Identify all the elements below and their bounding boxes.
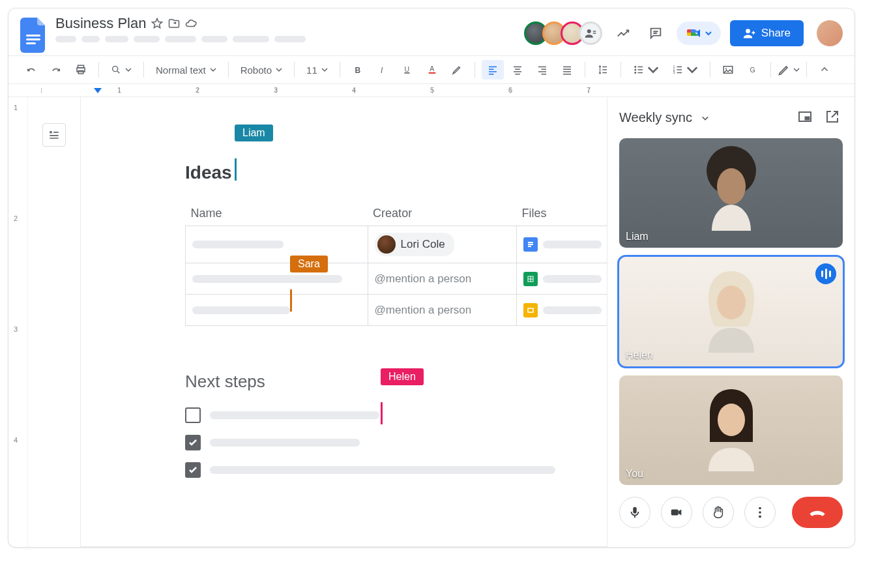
svg-point-40 — [634, 69, 636, 71]
menu-bar[interactable] — [55, 36, 306, 42]
svg-text:A: A — [430, 65, 434, 72]
checkbox-unchecked-icon[interactable] — [185, 407, 201, 423]
docs-logo — [20, 18, 46, 53]
outline-gutter — [28, 97, 80, 547]
checklist[interactable]: Helen — [185, 407, 568, 478]
meet-tile-name: You — [626, 468, 643, 480]
svg-rect-60 — [528, 246, 531, 247]
participant-face-icon — [682, 140, 780, 237]
meet-title[interactable]: Weekly sync — [619, 110, 692, 125]
share-icon — [743, 27, 756, 40]
paragraph-style-dropdown[interactable]: Normal text — [151, 62, 222, 78]
vertical-ruler[interactable]: 1 2 3 4 — [8, 97, 28, 547]
insert-image-button[interactable] — [717, 60, 739, 80]
line-spacing-button[interactable] — [592, 60, 614, 80]
font-family-dropdown[interactable]: Roboto — [235, 62, 287, 78]
clear-formatting-button[interactable]: G — [742, 60, 764, 80]
comments-icon[interactable] — [644, 22, 667, 45]
svg-point-8 — [746, 29, 750, 33]
svg-rect-0 — [26, 35, 40, 37]
underline-button[interactable]: U — [396, 60, 418, 80]
svg-text:G: G — [750, 66, 755, 74]
camera-button[interactable] — [661, 497, 692, 528]
horizontal-ruler[interactable]: 1 2 3 4 5 6 7 — [8, 84, 854, 97]
file-chip-sheets[interactable] — [523, 272, 602, 286]
cloud-saved-icon[interactable] — [185, 18, 197, 29]
cursor-flag-helen: Helen — [381, 385, 424, 424]
participant-face-icon — [682, 258, 780, 356]
mention-placeholder[interactable]: @mention a person — [375, 272, 472, 285]
hangup-icon — [808, 503, 826, 522]
redo-button[interactable] — [45, 60, 67, 80]
more-options-button[interactable] — [744, 497, 776, 528]
move-icon[interactable] — [168, 18, 180, 29]
svg-text:U: U — [404, 65, 409, 73]
document-title[interactable]: Business Plan — [55, 15, 146, 32]
cursor-flag-sara: Sara — [290, 272, 328, 312]
table-row[interactable]: Lori Cole — [186, 226, 607, 263]
file-chip-docs[interactable] — [523, 237, 602, 252]
print-button[interactable] — [70, 60, 92, 80]
ideas-table[interactable]: Name Creator Files Lori Cole Sara — [185, 207, 607, 326]
file-chip-slides[interactable] — [523, 303, 602, 317]
mention-placeholder[interactable]: @mention a person — [375, 304, 472, 316]
editing-mode-dropdown[interactable] — [778, 63, 800, 76]
meet-tile-liam[interactable]: Liam — [619, 138, 843, 248]
undo-button[interactable] — [20, 60, 42, 80]
end-call-button[interactable] — [792, 497, 843, 528]
page-area: Ideas Liam Name Creator Files Lori Cole — [80, 97, 607, 547]
account-avatar[interactable] — [817, 20, 843, 46]
zoom-dropdown[interactable] — [106, 62, 137, 78]
mic-button[interactable] — [619, 497, 650, 528]
svg-text:3: 3 — [673, 70, 675, 74]
table-row[interactable]: @mention a person — [186, 295, 607, 326]
svg-rect-19 — [429, 72, 436, 74]
align-right-button[interactable] — [531, 60, 553, 80]
svg-line-13 — [117, 71, 119, 73]
collaborator-avatars[interactable] — [524, 22, 602, 45]
raise-hand-button[interactable] — [703, 497, 734, 528]
pop-out-button[interactable] — [822, 106, 843, 129]
font-size-dropdown[interactable]: 11 — [301, 62, 333, 78]
person-chip[interactable]: Lori Cole — [375, 233, 454, 256]
svg-rect-66 — [805, 117, 810, 120]
bulleted-list-button[interactable] — [628, 60, 664, 80]
svg-rect-72 — [671, 509, 679, 515]
checklist-item[interactable] — [185, 462, 568, 478]
svg-rect-71 — [633, 507, 637, 514]
speaking-indicator-icon — [815, 263, 836, 284]
toolbar: Normal text Roboto 11 B I U A 123 G — [8, 56, 854, 84]
share-button[interactable]: Share — [730, 20, 804, 46]
meet-tile-helen[interactable]: Helen — [619, 257, 843, 366]
document-page[interactable]: Ideas Liam Name Creator Files Lori Cole — [80, 97, 607, 547]
italic-button[interactable]: I — [372, 60, 394, 80]
bold-button[interactable]: B — [347, 60, 369, 80]
checkbox-checked-icon[interactable] — [185, 462, 201, 478]
heading-next-steps: Next steps — [185, 372, 265, 392]
outline-toggle-button[interactable] — [42, 123, 66, 147]
table-row[interactable]: Sara @mention a person — [186, 263, 607, 295]
caret-down-icon[interactable] — [699, 111, 712, 125]
meet-button[interactable] — [677, 22, 721, 45]
checklist-item[interactable] — [185, 407, 568, 423]
numbered-list-button[interactable]: 123 — [667, 60, 703, 80]
highlight-button[interactable] — [446, 60, 468, 80]
table-header-name: Name — [186, 207, 368, 226]
meet-panel: Weekly sync Liam — [607, 97, 854, 547]
checklist-item[interactable] — [185, 435, 568, 450]
checkbox-checked-icon[interactable] — [185, 435, 201, 450]
activity-icon[interactable] — [611, 22, 635, 45]
collapse-toolbar-button[interactable] — [813, 60, 836, 80]
star-icon[interactable] — [151, 18, 163, 29]
svg-rect-5 — [592, 33, 596, 34]
picture-in-picture-button[interactable] — [795, 106, 815, 129]
meet-panel-header: Weekly sync — [607, 97, 854, 138]
align-center-button[interactable] — [506, 60, 529, 80]
meet-tile-you[interactable]: You — [619, 375, 843, 485]
app-window: Business Plan — [8, 8, 855, 548]
align-justify-button[interactable] — [556, 60, 578, 80]
svg-point-68 — [717, 168, 746, 205]
title-block: Business Plan — [55, 15, 306, 42]
align-left-button[interactable] — [482, 60, 504, 80]
text-color-button[interactable]: A — [421, 60, 443, 80]
